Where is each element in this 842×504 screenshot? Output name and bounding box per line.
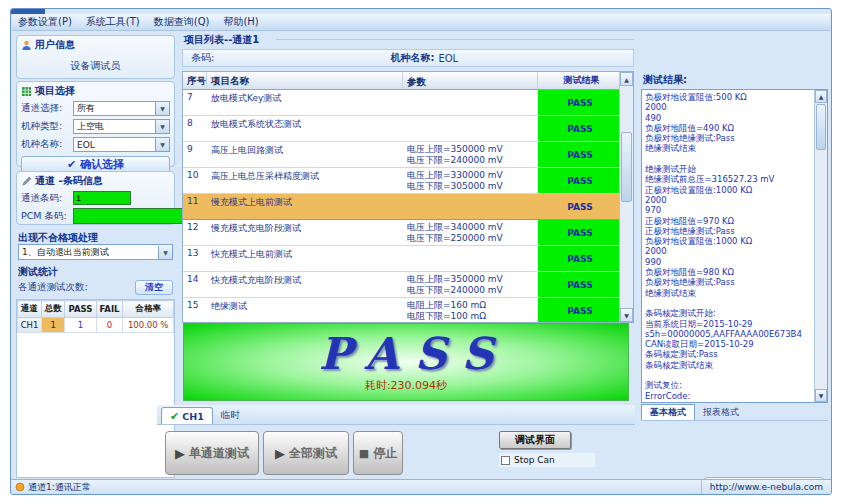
project-select-title: 项目选择 <box>35 84 75 98</box>
stats-title: 测试统计 <box>18 265 58 279</box>
scroll-down-icon[interactable]: ▼ <box>815 389 827 402</box>
pass-banner-text: PASS <box>303 332 510 376</box>
debug-ui-button[interactable]: 调试界面 <box>499 431 571 449</box>
user-icon <box>21 40 32 51</box>
tab-basic-format[interactable]: 基本格式 <box>641 404 695 420</box>
results-format-tabs: 基本格式 报表格式 <box>641 403 828 421</box>
channel-barcode-label: 通道条码: <box>21 192 73 205</box>
channel-select-label: 通道选择: <box>21 102 73 115</box>
row-no: 15 <box>183 298 207 323</box>
result-badge: PASS <box>538 194 622 219</box>
chevron-down-icon[interactable]: ▼ <box>155 102 169 115</box>
results-panel: 测试结果: 负极对地设置阻值:500 KΩ 2000 490 负极对地阻值=49… <box>639 33 830 478</box>
user-info-group: 用户信息 设备调试员 <box>16 35 175 79</box>
bottom-button-bar: ▶ 单通道测试 ▶ 全部测试 ■ 停止 调试界面 Stop Can <box>157 429 635 481</box>
model-name-label: 机种名称: <box>21 138 73 151</box>
result-badge: PASS <box>538 142 622 167</box>
row-name: 绝缘测试 <box>207 298 403 323</box>
menu-item-system-tools[interactable]: 系统工具(T) <box>86 15 140 29</box>
tab-temp-label: 临时 <box>221 409 240 422</box>
barcode-model-row: 条码: 机种名称: EOL <box>182 49 634 67</box>
row-no: 9 <box>183 142 207 167</box>
menu-bar: 参数设置(P) 系统工具(T) 数据查询(Q) 帮助(H) <box>12 14 830 31</box>
fail-handling-value: 1、自动退出当前测试 <box>19 246 158 259</box>
channel-select-value: 所有 <box>74 102 155 115</box>
chevron-down-icon[interactable]: ▼ <box>155 120 169 133</box>
status-bar: 通道1:通讯正常 http://www.e-nebula.com <box>11 479 831 494</box>
stop-button[interactable]: ■ 停止 <box>353 431 403 475</box>
test-row-8[interactable]: 8 放电模式系统状态测试 PASS <box>183 116 633 142</box>
test-table-scrollbar[interactable]: ▲ ▼ <box>619 72 633 322</box>
channel-barcode-input[interactable] <box>73 191 131 205</box>
row-no: 10 <box>183 168 207 193</box>
menu-item-params[interactable]: 参数设置(P) <box>18 15 72 29</box>
stats-header-pass: PASS <box>65 301 96 318</box>
menu-item-help[interactable]: 帮助(H) <box>223 15 258 29</box>
test-row-11-highlighted[interactable]: 11 慢充模式上电前测试 PASS <box>183 194 633 220</box>
all-test-button[interactable]: ▶ 全部测试 <box>263 431 349 475</box>
barcode-info-group: 通道 -条码信息 通道条码: PCM 条码: <box>16 171 175 225</box>
header-params: 参数 <box>403 72 538 89</box>
menu-item-data-query[interactable]: 数据查询(Q) <box>154 15 210 29</box>
model-name-dropdown[interactable]: EOL ▼ <box>73 137 170 152</box>
clear-button[interactable]: 清空 <box>135 280 173 295</box>
stop-icon: ■ <box>359 447 369 460</box>
stats-cell-rate: 100.00 % <box>123 318 174 333</box>
single-channel-test-button[interactable]: ▶ 单通道测试 <box>165 431 259 475</box>
fail-handling-dropdown[interactable]: 1、自动退出当前测试 ▼ <box>18 244 173 260</box>
tab-temp[interactable]: 临时 <box>213 407 248 424</box>
user-info-title: 用户信息 <box>35 38 75 52</box>
stop-can-row: Stop Can <box>499 453 595 467</box>
test-row-13[interactable]: 13 快充模式上电前测试 PASS <box>183 246 633 272</box>
model-type-value: 上空电 <box>74 120 155 133</box>
test-row-7[interactable]: 7 放电模式Key测试 PASS <box>183 90 633 116</box>
tab-report-format[interactable]: 报表格式 <box>695 404 747 420</box>
row-no: 14 <box>183 272 207 297</box>
pcm-barcode-label: PCM 条码: <box>21 210 73 223</box>
stats-header-rate: 合格率 <box>123 301 174 318</box>
scroll-up-icon[interactable]: ▲ <box>815 90 827 103</box>
scrollbar-thumb[interactable] <box>816 104 826 150</box>
test-row-15[interactable]: 15 绝缘测试 电阻上限=160 mΩ电阻下限=100 mΩ PASS <box>183 298 633 323</box>
play-icon: ▶ <box>175 446 185 461</box>
row-name: 快充模式充电阶段测试 <box>207 272 403 297</box>
counts-label: 各通道测试次数: <box>18 281 88 294</box>
results-title: 测试结果: <box>643 73 687 87</box>
test-row-9[interactable]: 9 高压上电回路测试 电压上限=350000 mV电压下限=240000 mV … <box>183 142 633 168</box>
scroll-down-icon[interactable]: ▼ <box>620 308 633 322</box>
tab-ch1[interactable]: ✔ CH1 <box>161 407 213 424</box>
stats-cell-pass: 1 <box>65 318 96 333</box>
test-row-12[interactable]: 12 慢充模式充电阶段测试 电压上限=340000 mV电压下限=250000 … <box>183 220 633 246</box>
stats-cell-fail: 0 <box>96 318 123 333</box>
scroll-up-icon[interactable]: ▲ <box>620 72 633 86</box>
channel-select-dropdown[interactable]: 所有 ▼ <box>73 101 170 116</box>
header-no: 序号 <box>183 72 207 89</box>
tab-ch1-label: CH1 <box>182 411 204 422</box>
pencil-icon <box>21 176 32 187</box>
stats-table: 通道 总数 PASS FAIL 合格率 CH1 1 1 0 100.00 % <box>17 300 174 333</box>
results-log: 负极对地设置阻值:500 KΩ 2000 490 负极对地阻值=490 KΩ 负… <box>645 92 811 403</box>
results-scrollbar[interactable]: ▲ ▼ <box>814 90 827 402</box>
results-textarea[interactable]: 负极对地设置阻值:500 KΩ 2000 490 负极对地阻值=490 KΩ 负… <box>641 89 828 403</box>
stats-cell-channel: CH1 <box>18 318 42 333</box>
group-divider <box>276 39 634 40</box>
pass-banner: PASS 耗时:230.094秒 <box>183 323 629 401</box>
chevron-down-icon[interactable]: ▼ <box>155 138 169 151</box>
row-name: 高压上电回路测试 <box>207 142 403 167</box>
fail-handling-title: 出现不合格项处理 <box>18 231 98 245</box>
scrollbar-thumb[interactable] <box>621 132 632 202</box>
row-name: 放电模式Key测试 <box>207 90 403 115</box>
row-no: 11 <box>183 194 207 219</box>
stop-can-checkbox[interactable] <box>501 456 510 465</box>
stats-row-ch1[interactable]: CH1 1 1 0 100.00 % <box>18 318 174 333</box>
model-type-dropdown[interactable]: 上空电 ▼ <box>73 119 170 134</box>
pcm-barcode-input[interactable] <box>73 208 196 224</box>
stats-header-fail: FAIL <box>96 301 123 318</box>
test-row-10[interactable]: 10 高压上电总压采样精度测试 电压上限=330000 mV电压下限=30500… <box>183 168 633 194</box>
sidebar: 用户信息 设备调试员 项目选择 通道选择: 所有 ▼ 机种类型: 上空电 ▼ <box>14 33 177 478</box>
model-name-value: EOL <box>74 140 155 150</box>
row-no: 8 <box>183 116 207 141</box>
chevron-down-icon[interactable]: ▼ <box>158 246 172 259</box>
test-row-14[interactable]: 14 快充模式充电阶段测试 电压上限=350000 mV电压下限=240000 … <box>183 272 633 298</box>
row-name: 快充模式上电前测试 <box>207 246 403 271</box>
